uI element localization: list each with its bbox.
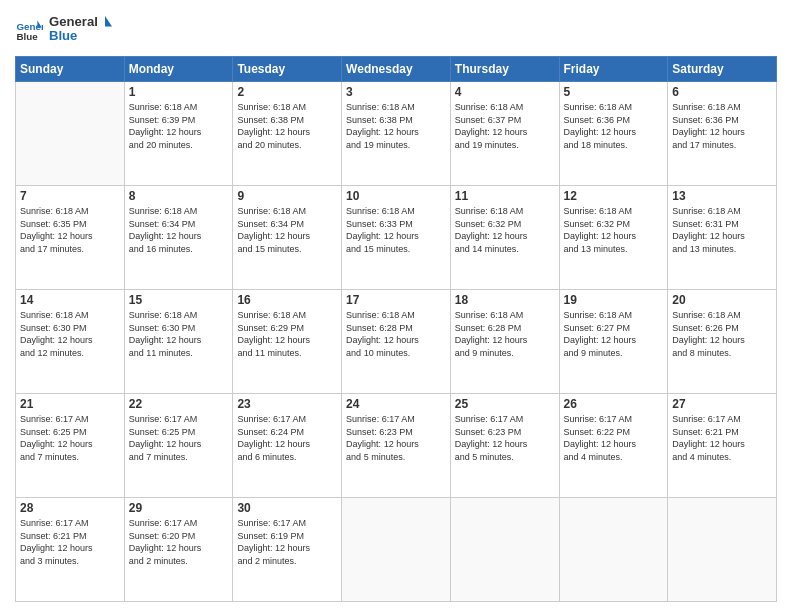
day-info: Sunrise: 6:17 AM Sunset: 6:24 PM Dayligh…: [237, 413, 337, 463]
day-info: Sunrise: 6:18 AM Sunset: 6:30 PM Dayligh…: [129, 309, 229, 359]
day-number: 26: [564, 397, 664, 411]
day-info: Sunrise: 6:17 AM Sunset: 6:23 PM Dayligh…: [346, 413, 446, 463]
calendar-week-row: 21Sunrise: 6:17 AM Sunset: 6:25 PM Dayli…: [16, 394, 777, 498]
day-info: Sunrise: 6:18 AM Sunset: 6:38 PM Dayligh…: [346, 101, 446, 151]
day-number: 21: [20, 397, 120, 411]
day-number: 24: [346, 397, 446, 411]
calendar-cell: [450, 498, 559, 602]
calendar-cell: 12Sunrise: 6:18 AM Sunset: 6:32 PM Dayli…: [559, 186, 668, 290]
day-number: 17: [346, 293, 446, 307]
calendar-cell: 16Sunrise: 6:18 AM Sunset: 6:29 PM Dayli…: [233, 290, 342, 394]
calendar-cell: 1Sunrise: 6:18 AM Sunset: 6:39 PM Daylig…: [124, 82, 233, 186]
day-number: 20: [672, 293, 772, 307]
calendar-cell: 14Sunrise: 6:18 AM Sunset: 6:30 PM Dayli…: [16, 290, 125, 394]
svg-text:General: General: [49, 14, 98, 29]
day-number: 4: [455, 85, 555, 99]
header-tuesday: Tuesday: [233, 57, 342, 82]
day-number: 2: [237, 85, 337, 99]
day-number: 5: [564, 85, 664, 99]
day-number: 6: [672, 85, 772, 99]
calendar-cell: 6Sunrise: 6:18 AM Sunset: 6:36 PM Daylig…: [668, 82, 777, 186]
day-info: Sunrise: 6:18 AM Sunset: 6:35 PM Dayligh…: [20, 205, 120, 255]
calendar-cell: 24Sunrise: 6:17 AM Sunset: 6:23 PM Dayli…: [342, 394, 451, 498]
logo-icon: General Blue: [15, 15, 43, 43]
day-info: Sunrise: 6:17 AM Sunset: 6:20 PM Dayligh…: [129, 517, 229, 567]
header-saturday: Saturday: [668, 57, 777, 82]
calendar-cell: 19Sunrise: 6:18 AM Sunset: 6:27 PM Dayli…: [559, 290, 668, 394]
calendar-cell: 9Sunrise: 6:18 AM Sunset: 6:34 PM Daylig…: [233, 186, 342, 290]
day-info: Sunrise: 6:18 AM Sunset: 6:33 PM Dayligh…: [346, 205, 446, 255]
calendar-week-row: 1Sunrise: 6:18 AM Sunset: 6:39 PM Daylig…: [16, 82, 777, 186]
header-thursday: Thursday: [450, 57, 559, 82]
header-monday: Monday: [124, 57, 233, 82]
calendar-cell: 29Sunrise: 6:17 AM Sunset: 6:20 PM Dayli…: [124, 498, 233, 602]
day-number: 16: [237, 293, 337, 307]
day-info: Sunrise: 6:17 AM Sunset: 6:25 PM Dayligh…: [129, 413, 229, 463]
day-number: 14: [20, 293, 120, 307]
svg-text:Blue: Blue: [49, 28, 77, 43]
calendar-cell: 28Sunrise: 6:17 AM Sunset: 6:21 PM Dayli…: [16, 498, 125, 602]
header-wednesday: Wednesday: [342, 57, 451, 82]
calendar-cell: 30Sunrise: 6:17 AM Sunset: 6:19 PM Dayli…: [233, 498, 342, 602]
day-info: Sunrise: 6:18 AM Sunset: 6:26 PM Dayligh…: [672, 309, 772, 359]
day-number: 12: [564, 189, 664, 203]
logo-svg: General Blue: [49, 10, 119, 48]
calendar-cell: 23Sunrise: 6:17 AM Sunset: 6:24 PM Dayli…: [233, 394, 342, 498]
day-info: Sunrise: 6:17 AM Sunset: 6:21 PM Dayligh…: [672, 413, 772, 463]
day-number: 23: [237, 397, 337, 411]
day-number: 25: [455, 397, 555, 411]
day-number: 28: [20, 501, 120, 515]
svg-text:Blue: Blue: [16, 31, 38, 42]
calendar-cell: 21Sunrise: 6:17 AM Sunset: 6:25 PM Dayli…: [16, 394, 125, 498]
day-number: 11: [455, 189, 555, 203]
day-number: 27: [672, 397, 772, 411]
calendar-cell: 10Sunrise: 6:18 AM Sunset: 6:33 PM Dayli…: [342, 186, 451, 290]
calendar-cell: [342, 498, 451, 602]
calendar-cell: 20Sunrise: 6:18 AM Sunset: 6:26 PM Dayli…: [668, 290, 777, 394]
calendar-cell: 15Sunrise: 6:18 AM Sunset: 6:30 PM Dayli…: [124, 290, 233, 394]
day-number: 30: [237, 501, 337, 515]
day-info: Sunrise: 6:17 AM Sunset: 6:21 PM Dayligh…: [20, 517, 120, 567]
svg-marker-4: [105, 16, 112, 27]
day-info: Sunrise: 6:18 AM Sunset: 6:36 PM Dayligh…: [672, 101, 772, 151]
header-friday: Friday: [559, 57, 668, 82]
day-number: 29: [129, 501, 229, 515]
day-number: 9: [237, 189, 337, 203]
calendar-cell: 8Sunrise: 6:18 AM Sunset: 6:34 PM Daylig…: [124, 186, 233, 290]
calendar-cell: 26Sunrise: 6:17 AM Sunset: 6:22 PM Dayli…: [559, 394, 668, 498]
day-info: Sunrise: 6:18 AM Sunset: 6:37 PM Dayligh…: [455, 101, 555, 151]
day-info: Sunrise: 6:18 AM Sunset: 6:29 PM Dayligh…: [237, 309, 337, 359]
day-number: 1: [129, 85, 229, 99]
calendar-cell: 11Sunrise: 6:18 AM Sunset: 6:32 PM Dayli…: [450, 186, 559, 290]
day-info: Sunrise: 6:18 AM Sunset: 6:32 PM Dayligh…: [564, 205, 664, 255]
calendar-cell: 3Sunrise: 6:18 AM Sunset: 6:38 PM Daylig…: [342, 82, 451, 186]
logo: General Blue General Blue: [15, 10, 119, 48]
calendar-week-row: 7Sunrise: 6:18 AM Sunset: 6:35 PM Daylig…: [16, 186, 777, 290]
calendar-cell: 27Sunrise: 6:17 AM Sunset: 6:21 PM Dayli…: [668, 394, 777, 498]
calendar-cell: 2Sunrise: 6:18 AM Sunset: 6:38 PM Daylig…: [233, 82, 342, 186]
day-info: Sunrise: 6:18 AM Sunset: 6:39 PM Dayligh…: [129, 101, 229, 151]
calendar-cell: 4Sunrise: 6:18 AM Sunset: 6:37 PM Daylig…: [450, 82, 559, 186]
calendar-week-row: 14Sunrise: 6:18 AM Sunset: 6:30 PM Dayli…: [16, 290, 777, 394]
calendar-cell: 22Sunrise: 6:17 AM Sunset: 6:25 PM Dayli…: [124, 394, 233, 498]
calendar-cell: 13Sunrise: 6:18 AM Sunset: 6:31 PM Dayli…: [668, 186, 777, 290]
day-number: 18: [455, 293, 555, 307]
day-number: 13: [672, 189, 772, 203]
calendar-cell: 18Sunrise: 6:18 AM Sunset: 6:28 PM Dayli…: [450, 290, 559, 394]
day-number: 19: [564, 293, 664, 307]
day-info: Sunrise: 6:18 AM Sunset: 6:28 PM Dayligh…: [346, 309, 446, 359]
calendar-cell: 7Sunrise: 6:18 AM Sunset: 6:35 PM Daylig…: [16, 186, 125, 290]
day-info: Sunrise: 6:17 AM Sunset: 6:19 PM Dayligh…: [237, 517, 337, 567]
day-info: Sunrise: 6:18 AM Sunset: 6:27 PM Dayligh…: [564, 309, 664, 359]
day-info: Sunrise: 6:18 AM Sunset: 6:32 PM Dayligh…: [455, 205, 555, 255]
day-number: 7: [20, 189, 120, 203]
header-sunday: Sunday: [16, 57, 125, 82]
calendar-cell: 25Sunrise: 6:17 AM Sunset: 6:23 PM Dayli…: [450, 394, 559, 498]
calendar-cell: [668, 498, 777, 602]
day-number: 10: [346, 189, 446, 203]
calendar-header-row: Sunday Monday Tuesday Wednesday Thursday…: [16, 57, 777, 82]
page-header: General Blue General Blue: [15, 10, 777, 48]
calendar-cell: 17Sunrise: 6:18 AM Sunset: 6:28 PM Dayli…: [342, 290, 451, 394]
calendar-table: Sunday Monday Tuesday Wednesday Thursday…: [15, 56, 777, 602]
day-info: Sunrise: 6:18 AM Sunset: 6:36 PM Dayligh…: [564, 101, 664, 151]
